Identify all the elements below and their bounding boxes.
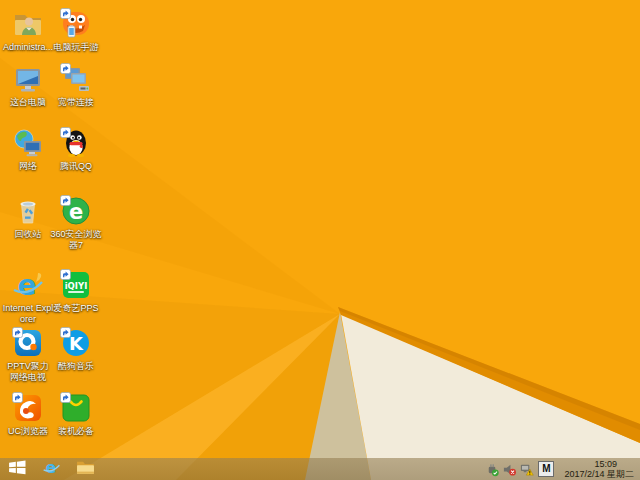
qq-penguin-icon xyxy=(60,127,92,159)
monster-game-icon xyxy=(60,8,92,40)
shortcut-arrow-icon xyxy=(60,195,71,206)
ime-letter: M xyxy=(542,464,550,474)
shortcut-arrow-icon xyxy=(60,269,71,280)
computer-icon xyxy=(12,63,44,95)
svg-text:e: e xyxy=(18,269,37,301)
360-browser-icon: e xyxy=(60,195,92,227)
uc-browser-icon xyxy=(12,392,44,424)
desktop-icon-network[interactable]: 网络 xyxy=(2,127,54,172)
user-folder-icon xyxy=(12,8,44,40)
desktop-icon-iqiyi-pps[interactable]: iQIYI 爱奇艺PPS xyxy=(50,269,102,314)
taskbar-file-explorer-button[interactable] xyxy=(68,458,102,480)
svg-text:e: e xyxy=(45,458,56,476)
internet-explorer-icon: e xyxy=(12,269,44,301)
windows-logo-icon xyxy=(8,459,27,479)
desktop-icon-label: 这台电脑 xyxy=(10,97,46,108)
network-globe-icon xyxy=(12,127,44,159)
taskbar-clock[interactable]: 15:09 2017/2/14 星期二 xyxy=(557,458,640,480)
clock-time: 15:09 xyxy=(594,459,617,469)
start-button[interactable] xyxy=(0,458,34,480)
desktop-icon-label: 酷狗音乐 xyxy=(58,361,94,372)
desktop-icon-label: 回收站 xyxy=(15,229,42,240)
taskbar: e xyxy=(0,458,640,480)
shortcut-arrow-icon xyxy=(60,8,71,19)
desktop-icon-this-pc[interactable]: 这台电脑 xyxy=(2,63,54,108)
iqiyi-icon: iQIYI xyxy=(60,269,92,301)
desktop-icon-label: 网络 xyxy=(19,161,37,172)
desktop-icon-pptv[interactable]: PPTV聚力 网络电视 xyxy=(2,327,54,383)
desktop-icon-label: PPTV聚力 网络电视 xyxy=(2,361,54,383)
desktop-icon-label: Administra... xyxy=(3,42,53,53)
desktop-icon-zhuangji-bibei[interactable]: 装机必备 xyxy=(50,392,102,437)
clock-date: 2017/2/14 星期二 xyxy=(564,469,634,479)
shortcut-arrow-icon xyxy=(12,392,23,403)
kugou-icon: K xyxy=(60,327,92,359)
system-tray: M 15:09 2017/2/14 星期二 xyxy=(484,458,640,480)
shortcut-arrow-icon xyxy=(60,327,71,338)
desktop-icon-internet-explorer[interactable]: e Internet Explorer xyxy=(2,269,54,325)
svg-text:K: K xyxy=(69,333,84,354)
desktop-icon-broadband[interactable]: 宽带连接 xyxy=(50,63,102,108)
desktop-icon-label: Internet Explorer xyxy=(2,303,54,325)
shortcut-arrow-icon xyxy=(60,63,71,74)
taskbar-left: e xyxy=(0,458,102,480)
pptv-icon xyxy=(12,327,44,359)
svg-text:iQIYI: iQIYI xyxy=(65,281,88,291)
internet-explorer-icon: e xyxy=(42,458,61,480)
desktop-icon-kugou-music[interactable]: K 酷狗音乐 xyxy=(50,327,102,372)
folder-icon xyxy=(76,459,95,479)
desktop-icon-uc-browser[interactable]: UC浏览器 xyxy=(2,392,54,437)
ime-indicator[interactable]: M xyxy=(538,461,554,477)
desktop-icon-tencent-qq[interactable]: 腾讯QQ xyxy=(50,127,102,172)
svg-text:e: e xyxy=(69,200,83,224)
shortcut-arrow-icon xyxy=(60,392,71,403)
shortcut-arrow-icon xyxy=(12,327,23,338)
network-warning-icon[interactable] xyxy=(518,458,535,480)
desktop-icon-label: 爱奇艺PPS xyxy=(53,303,98,314)
desktop-icon-pc-play-mobile[interactable]: 电脑玩手游 xyxy=(50,8,102,53)
broadband-connection-icon xyxy=(60,63,92,95)
desktop-icon-label: 装机必备 xyxy=(58,426,94,437)
shortcut-arrow-icon xyxy=(60,127,71,138)
desktop-icon-label: 腾讯QQ xyxy=(60,161,92,172)
desktop: Administra... 电脑玩手游 xyxy=(0,0,640,480)
software-store-bag-icon xyxy=(60,392,92,424)
volume-muted-icon[interactable] xyxy=(501,458,518,480)
desktop-icon-360-browser[interactable]: e 360安全浏览器7 xyxy=(50,195,102,251)
desktop-icon-label: UC浏览器 xyxy=(8,426,48,437)
safely-remove-hardware-icon[interactable] xyxy=(484,458,501,480)
recycle-bin-icon xyxy=(12,195,44,227)
desktop-icon-administrator[interactable]: Administra... xyxy=(2,8,54,53)
taskbar-ie-button[interactable]: e xyxy=(34,458,68,480)
desktop-icon-label: 360安全浏览器7 xyxy=(50,229,102,251)
desktop-icon-label: 宽带连接 xyxy=(58,97,94,108)
desktop-icon-recycle-bin[interactable]: 回收站 xyxy=(2,195,54,240)
desktop-icon-label: 电脑玩手游 xyxy=(54,42,99,53)
